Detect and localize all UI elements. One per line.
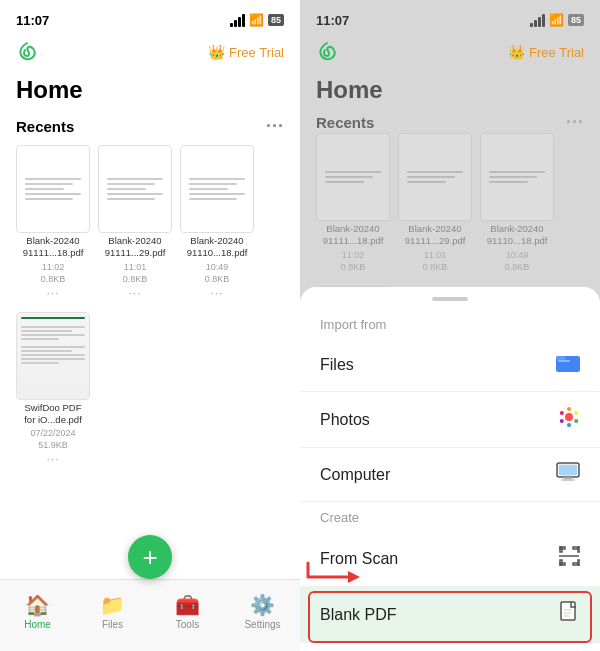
svg-point-5 — [574, 411, 578, 415]
file-size-3: 0.8KB — [205, 274, 230, 284]
svg-rect-2 — [558, 360, 570, 362]
battery-badge-right: 85 — [568, 14, 584, 26]
nav-files[interactable]: 📁 Files — [75, 593, 150, 630]
free-trial-label-right: Free Trial — [529, 45, 584, 60]
large-file-section: SwifDoo PDFfor iO...de.pdf 07/22/2024 51… — [0, 312, 300, 479]
file-grid-right: Blank-2024091111...18.pdf 11:02 0.8KB Bl… — [300, 133, 600, 284]
sheet-handle — [432, 297, 468, 301]
files-item-label: Files — [320, 356, 354, 374]
file-thumb-r1 — [316, 133, 390, 221]
bottom-nav-left: 🏠 Home 📁 Files 🧰 Tools ⚙️ Settings — [0, 579, 300, 651]
svg-rect-12 — [564, 477, 572, 479]
import-section-label: Import from — [300, 313, 600, 338]
file-name-2: Blank-2024091111...29.pdf — [105, 235, 166, 260]
file-size-1: 0.8KB — [41, 274, 66, 284]
tools-icon: 🧰 — [175, 593, 200, 617]
large-file-card[interactable]: SwifDoo PDFfor iO...de.pdf 07/22/2024 51… — [16, 312, 90, 467]
large-file-actions[interactable]: ··· — [46, 452, 59, 466]
nav-files-label: Files — [102, 619, 123, 630]
large-file-date: 07/22/2024 — [30, 428, 75, 438]
file-actions-3[interactable]: ··· — [210, 286, 223, 300]
photos-item-icon — [558, 406, 580, 433]
photos-item-label: Photos — [320, 411, 370, 429]
signal-icon — [230, 14, 245, 27]
app-header-left: 👑 Free Trial — [0, 36, 300, 72]
create-section-label: Create — [300, 506, 600, 531]
app-header-right: 👑 Free Trial — [300, 36, 600, 72]
files-item-icon — [556, 352, 580, 377]
file-name-r3: Blank-2024091110...18.pdf — [487, 223, 548, 248]
nav-settings-label: Settings — [244, 619, 280, 630]
file-card-1[interactable]: Blank-2024091111...18.pdf 11:02 0.8KB ··… — [16, 145, 90, 300]
nav-settings[interactable]: ⚙️ Settings — [225, 593, 300, 630]
status-bar-right: 11:07 📶 85 — [300, 0, 600, 36]
free-trial-label-left: Free Trial — [229, 45, 284, 60]
sheet-item-computer[interactable]: Computer — [300, 448, 600, 502]
signal-icon-right — [530, 14, 545, 27]
settings-icon: ⚙️ — [250, 593, 275, 617]
file-thumb-1 — [16, 145, 90, 233]
app-logo-right — [316, 41, 338, 63]
file-thumb-r3 — [480, 133, 554, 221]
sheet-item-files[interactable]: Files — [300, 338, 600, 392]
svg-point-8 — [560, 419, 564, 423]
file-name-1: Blank-2024091111...18.pdf — [23, 235, 84, 260]
nav-tools[interactable]: 🧰 Tools — [150, 593, 225, 630]
status-time-left: 11:07 — [16, 13, 49, 28]
file-card-2[interactable]: Blank-2024091111...29.pdf 11:01 0.8KB ··… — [98, 145, 172, 300]
file-size-r3: 0.8KB — [505, 262, 530, 272]
large-file-name: SwifDoo PDFfor iO...de.pdf — [24, 402, 82, 427]
file-thumb-3 — [180, 145, 254, 233]
nav-home[interactable]: 🏠 Home — [0, 593, 75, 630]
svg-rect-1 — [556, 356, 566, 360]
file-name-r1: Blank-2024091111...18.pdf — [323, 223, 384, 248]
page-title-left: Home — [0, 72, 300, 112]
swiftdoo-logo-icon — [16, 41, 38, 63]
file-card-r3: Blank-2024091110...18.pdf 10:49 0.8KB — [480, 133, 554, 272]
svg-rect-17 — [578, 547, 580, 552]
file-actions-2[interactable]: ··· — [128, 286, 141, 300]
status-time-right: 11:07 — [316, 13, 349, 28]
file-meta-3: 10:49 — [206, 262, 229, 272]
file-meta-r2: 11:01 — [424, 250, 447, 260]
file-card-3[interactable]: Blank-2024091110...18.pdf 10:49 0.8KB ··… — [180, 145, 254, 300]
bottom-sheet: Import from Files Photos — [300, 287, 600, 651]
svg-marker-27 — [348, 571, 360, 583]
crown-icon-left: 👑 — [208, 44, 225, 60]
home-icon: 🏠 — [25, 593, 50, 617]
computer-item-label: Computer — [320, 466, 390, 484]
svg-rect-23 — [561, 602, 575, 620]
recents-more-left[interactable]: ··· — [266, 116, 284, 137]
sheet-item-blank-pdf[interactable]: Blank PDF — [300, 587, 600, 643]
free-trial-left[interactable]: 👑 Free Trial — [208, 44, 284, 60]
large-file-thumb — [16, 312, 90, 400]
svg-rect-13 — [561, 479, 575, 481]
file-meta-r3: 10:49 — [506, 250, 529, 260]
file-card-r2: Blank-2024091111...29.pdf 11:01 0.8KB — [398, 133, 472, 272]
file-grid-left: Blank-2024091111...18.pdf 11:02 0.8KB ··… — [0, 145, 300, 312]
sheet-item-photos[interactable]: Photos — [300, 392, 600, 448]
wifi-icon: 📶 — [249, 13, 264, 27]
crown-icon-right: 👑 — [508, 44, 525, 60]
status-icons-right: 📶 85 — [530, 13, 584, 27]
fab-button[interactable]: + — [128, 535, 172, 579]
svg-point-7 — [567, 423, 571, 427]
red-arrow-indicator — [304, 555, 364, 589]
battery-badge-left: 85 — [268, 14, 284, 26]
file-size-2: 0.8KB — [123, 274, 148, 284]
svg-rect-11 — [559, 465, 577, 475]
file-thumb-r2 — [398, 133, 472, 221]
recents-more-right: ··· — [566, 112, 584, 133]
file-actions-1[interactable]: ··· — [46, 286, 59, 300]
blank-pdf-item-icon — [560, 601, 580, 628]
swiftdoo-logo-icon-right — [316, 41, 338, 63]
nav-tools-label: Tools — [176, 619, 199, 630]
recents-section-right: Recents ··· — [300, 112, 600, 133]
file-thumb-2 — [98, 145, 172, 233]
file-meta-r1: 11:02 — [342, 250, 365, 260]
page-title-right: Home — [300, 72, 600, 112]
app-logo-left — [16, 41, 38, 63]
file-size-r1: 0.8KB — [341, 262, 366, 272]
wifi-icon-right: 📶 — [549, 13, 564, 27]
right-panel: 11:07 📶 85 👑 Free Trial — [300, 0, 600, 651]
